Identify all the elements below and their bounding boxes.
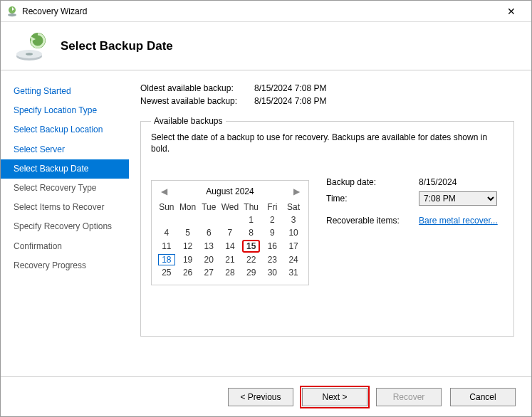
next-button[interactable]: Next > bbox=[302, 388, 367, 406]
calendar-dow: Sat bbox=[283, 201, 304, 213]
step-select-server[interactable]: Select Server bbox=[1, 140, 129, 159]
content-panel: Oldest available backup: 8/15/2024 7:08 … bbox=[129, 70, 531, 376]
available-backups-legend: Available backups bbox=[151, 116, 226, 126]
step-recovery-progress[interactable]: Recovery Progress bbox=[1, 256, 129, 275]
oldest-backup-label: Oldest available backup: bbox=[140, 83, 254, 93]
calendar-day[interactable]: 15 bbox=[241, 239, 262, 253]
recover-button: Recover bbox=[376, 388, 442, 406]
calendar-day[interactable]: 12 bbox=[177, 239, 199, 253]
calendar-day[interactable]: 27 bbox=[198, 266, 219, 279]
svg-point-1 bbox=[8, 13, 16, 16]
page-title: Select Backup Date bbox=[61, 39, 173, 53]
backup-header-icon bbox=[14, 29, 48, 63]
step-select-backup-location[interactable]: Select Backup Location bbox=[1, 120, 129, 139]
calendar-day[interactable]: 18 bbox=[156, 253, 177, 266]
calendar-day[interactable]: 9 bbox=[262, 226, 283, 239]
calendar: ◀ August 2024 ▶ SunMonTueWedThuFriSat 12… bbox=[151, 180, 309, 285]
recoverable-items-link[interactable]: Bare metal recover... bbox=[419, 216, 498, 226]
available-backups-group: Available backups Select the date of a b… bbox=[140, 116, 514, 337]
calendar-day[interactable]: 16 bbox=[262, 239, 283, 253]
calendar-day[interactable]: 30 bbox=[262, 266, 283, 279]
backup-time-label: Time: bbox=[326, 194, 419, 204]
step-getting-started[interactable]: Getting Started bbox=[1, 82, 129, 101]
cancel-button[interactable]: Cancel bbox=[450, 388, 516, 406]
calendar-day[interactable]: 28 bbox=[219, 266, 241, 279]
available-backups-instruction: Select the date of a backup to use for r… bbox=[151, 132, 504, 154]
newest-backup-value: 8/15/2024 7:08 PM bbox=[254, 96, 326, 106]
calendar-day[interactable]: 25 bbox=[156, 266, 177, 279]
calendar-day[interactable]: 24 bbox=[283, 253, 304, 266]
calendar-day[interactable]: 29 bbox=[241, 266, 262, 279]
step-specify-recovery-options[interactable]: Specify Recovery Options bbox=[1, 217, 129, 236]
close-button[interactable]: ✕ bbox=[497, 1, 526, 21]
svg-point-4 bbox=[26, 53, 33, 56]
calendar-day[interactable]: 8 bbox=[241, 226, 262, 239]
wizard-header: Select Backup Date bbox=[1, 22, 531, 70]
calendar-day[interactable]: 10 bbox=[283, 226, 304, 239]
calendar-dow: Tue bbox=[198, 201, 219, 213]
calendar-dow: Thu bbox=[241, 201, 262, 213]
step-specify-location-type[interactable]: Specify Location Type bbox=[1, 101, 129, 120]
backup-date-value: 8/15/2024 bbox=[419, 177, 457, 187]
wizard-icon bbox=[6, 6, 18, 17]
calendar-day[interactable]: 13 bbox=[198, 239, 219, 253]
calendar-day bbox=[177, 213, 199, 226]
calendar-day bbox=[198, 213, 219, 226]
step-select-recovery-type[interactable]: Select Recovery Type bbox=[1, 179, 129, 198]
window-title: Recovery Wizard bbox=[22, 6, 497, 16]
wizard-steps-sidebar: Getting Started Specify Location Type Se… bbox=[1, 70, 129, 376]
titlebar: Recovery Wizard ✕ bbox=[1, 1, 531, 22]
calendar-day[interactable]: 21 bbox=[219, 253, 241, 266]
calendar-day[interactable]: 26 bbox=[177, 266, 199, 279]
step-select-items-to-recover[interactable]: Select Items to Recover bbox=[1, 198, 129, 217]
calendar-dow: Wed bbox=[219, 201, 241, 213]
calendar-grid: SunMonTueWedThuFriSat 123456789101112131… bbox=[156, 201, 304, 279]
backup-date-label: Backup date: bbox=[326, 177, 419, 187]
calendar-day[interactable]: 14 bbox=[219, 239, 241, 253]
recoverable-items-label: Recoverable items: bbox=[326, 216, 419, 226]
calendar-next-month[interactable]: ▶ bbox=[290, 186, 303, 196]
calendar-day bbox=[156, 213, 177, 226]
calendar-day[interactable]: 6 bbox=[198, 226, 219, 239]
backup-time-select[interactable]: 7:08 PM bbox=[419, 191, 497, 206]
step-select-backup-date[interactable]: Select Backup Date bbox=[1, 159, 129, 179]
calendar-day[interactable]: 23 bbox=[262, 253, 283, 266]
step-confirmation[interactable]: Confirmation bbox=[1, 237, 129, 256]
oldest-backup-value: 8/15/2024 7:08 PM bbox=[254, 83, 326, 93]
calendar-day[interactable]: 22 bbox=[241, 253, 262, 266]
calendar-day[interactable]: 31 bbox=[283, 266, 304, 279]
calendar-month-label: August 2024 bbox=[206, 186, 254, 196]
calendar-day[interactable]: 19 bbox=[177, 253, 199, 266]
calendar-day bbox=[219, 213, 241, 226]
newest-backup-row: Newest available backup: 8/15/2024 7:08 … bbox=[140, 96, 514, 106]
previous-button[interactable]: < Previous bbox=[228, 388, 293, 406]
calendar-dow: Sun bbox=[156, 201, 177, 213]
wizard-body: Getting Started Specify Location Type Se… bbox=[1, 70, 531, 376]
calendar-day[interactable]: 7 bbox=[219, 226, 241, 239]
backup-details: Backup date: 8/15/2024 Time: 7:08 PM Rec… bbox=[326, 177, 504, 230]
calendar-day[interactable]: 2 bbox=[262, 213, 283, 226]
calendar-day[interactable]: 17 bbox=[283, 239, 304, 253]
calendar-day[interactable]: 20 bbox=[198, 253, 219, 266]
calendar-day[interactable]: 1 bbox=[241, 213, 262, 226]
calendar-prev-month[interactable]: ◀ bbox=[157, 186, 170, 196]
calendar-day[interactable]: 3 bbox=[283, 213, 304, 226]
calendar-day[interactable]: 11 bbox=[156, 239, 177, 253]
wizard-footer: < Previous Next > Recover Cancel bbox=[1, 376, 531, 416]
newest-backup-label: Newest available backup: bbox=[140, 96, 254, 106]
calendar-day[interactable]: 5 bbox=[177, 226, 199, 239]
calendar-dow: Mon bbox=[177, 201, 199, 213]
recovery-wizard-window: Recovery Wizard ✕ Select Backup Date Get… bbox=[0, 0, 532, 417]
calendar-day[interactable]: 4 bbox=[156, 226, 177, 239]
oldest-backup-row: Oldest available backup: 8/15/2024 7:08 … bbox=[140, 83, 514, 93]
calendar-dow: Fri bbox=[262, 201, 283, 213]
